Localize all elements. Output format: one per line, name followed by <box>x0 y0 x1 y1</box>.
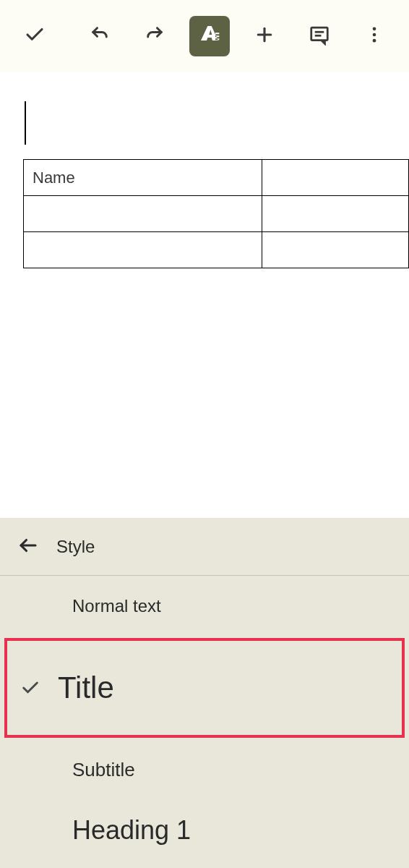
check-icon <box>24 24 46 48</box>
more-button[interactable] <box>354 16 395 56</box>
style-option-label: Heading 1 <box>17 815 191 846</box>
insert-button[interactable] <box>244 16 285 56</box>
arrow-left-icon <box>17 546 39 558</box>
table-row[interactable] <box>24 232 409 268</box>
back-button[interactable] <box>17 535 39 559</box>
format-text-icon <box>198 23 221 49</box>
format-button[interactable] <box>189 16 230 56</box>
style-option-label: Subtitle <box>17 759 135 781</box>
plus-icon <box>254 24 275 48</box>
undo-button[interactable] <box>79 16 120 56</box>
style-option-normal[interactable]: Normal text <box>0 576 409 637</box>
table-cell[interactable] <box>24 232 262 268</box>
top-toolbar <box>0 0 409 72</box>
panel-title: Style <box>56 537 95 557</box>
comment-icon <box>309 24 330 48</box>
table-cell[interactable] <box>24 196 262 232</box>
table-cell-header[interactable] <box>262 160 409 196</box>
style-option-label: Normal text <box>17 596 161 616</box>
svg-rect-2 <box>311 27 328 41</box>
redo-button[interactable] <box>134 16 175 56</box>
more-vertical-icon <box>364 25 384 48</box>
text-cursor <box>25 101 26 145</box>
style-option-label: Title <box>58 671 114 705</box>
style-option-subtitle[interactable]: Subtitle <box>0 739 409 800</box>
svg-point-7 <box>373 39 376 43</box>
svg-point-6 <box>373 33 376 37</box>
document-table[interactable]: Name <box>23 159 409 268</box>
undo-icon <box>90 25 110 48</box>
style-panel-header: Style <box>0 518 409 576</box>
toolbar-actions <box>79 16 395 56</box>
selected-check-icon <box>20 678 58 698</box>
document-area[interactable]: Name <box>0 72 409 268</box>
svg-point-5 <box>373 27 376 31</box>
style-panel: Style Normal text Title Subtitle Heading… <box>0 518 409 868</box>
comment-button[interactable] <box>299 16 340 56</box>
table-cell[interactable] <box>262 196 409 232</box>
redo-icon <box>145 25 165 48</box>
table-cell[interactable] <box>262 232 409 268</box>
accept-button[interactable] <box>14 16 55 56</box>
table-row[interactable]: Name <box>24 160 409 196</box>
table-cell-header[interactable]: Name <box>24 160 262 196</box>
highlighted-style-option: Title <box>4 638 405 738</box>
table-row[interactable] <box>24 196 409 232</box>
style-option-heading1[interactable]: Heading 1 <box>0 800 409 861</box>
text-cursor-line[interactable] <box>23 101 409 152</box>
style-option-title[interactable]: Title <box>7 641 402 735</box>
